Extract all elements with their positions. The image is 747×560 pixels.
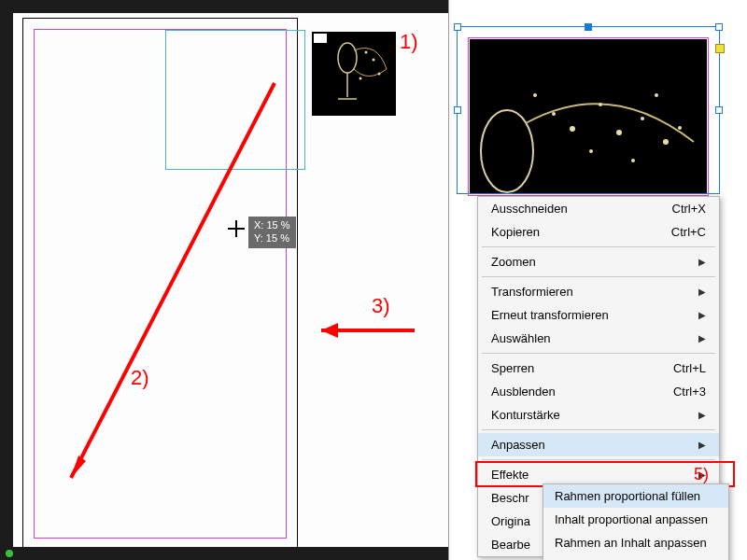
menu-item-hide[interactable]: AusblendenCtrl+3 bbox=[478, 380, 719, 403]
image-icon bbox=[314, 34, 327, 43]
svg-point-2 bbox=[365, 51, 368, 54]
svg-point-5 bbox=[359, 77, 362, 80]
svg-point-22 bbox=[655, 93, 658, 97]
image-placement-frame[interactable] bbox=[165, 30, 305, 170]
chevron-right-icon: ▶ bbox=[698, 257, 706, 267]
svg-point-15 bbox=[616, 130, 622, 135]
svg-point-4 bbox=[378, 73, 381, 76]
menu-item-copy[interactable]: KopierenCtrl+C bbox=[478, 220, 719, 244]
svg-point-3 bbox=[373, 59, 375, 62]
ruler-horizontal bbox=[0, 0, 448, 13]
link-badge-icon bbox=[715, 44, 725, 53]
chevron-right-icon: ▶ bbox=[698, 287, 706, 297]
svg-rect-0 bbox=[312, 32, 396, 116]
svg-rect-10 bbox=[470, 39, 707, 193]
chevron-right-icon: ▶ bbox=[698, 440, 706, 450]
annotation-5: 5) bbox=[694, 465, 709, 484]
annotation-2: 2) bbox=[131, 366, 149, 390]
menu-item-zoom[interactable]: Zoomen▶ bbox=[478, 250, 719, 273]
status-indicator-icon bbox=[6, 550, 13, 557]
ruler-vertical bbox=[0, 0, 13, 560]
submenu-fit-frame-to-content[interactable]: Rahmen an Inhalt anpassen bbox=[543, 531, 728, 554]
submenu-fit-content-to-frame[interactable]: Inhalt an Rahmen anpassen bbox=[543, 554, 728, 560]
svg-point-20 bbox=[631, 159, 635, 162]
coord-x: X: 15 % bbox=[254, 219, 290, 232]
svg-point-21 bbox=[533, 93, 537, 97]
menu-item-stroke-weight[interactable]: Konturstärke▶ bbox=[478, 403, 719, 427]
svg-point-13 bbox=[570, 126, 575, 132]
svg-point-18 bbox=[678, 126, 682, 130]
menu-item-lock[interactable]: SperrenCtrl+L bbox=[478, 357, 719, 380]
svg-point-16 bbox=[641, 117, 644, 120]
place-image-thumbnail[interactable] bbox=[312, 32, 396, 116]
cursor-coordinates: X: 15 % Y: 15 % bbox=[248, 217, 296, 248]
chevron-right-icon: ▶ bbox=[698, 333, 706, 343]
annotation-3: 3) bbox=[372, 294, 390, 318]
svg-point-12 bbox=[552, 112, 556, 116]
submenu-fill-frame-proportionally[interactable]: Rahmen proportional füllen bbox=[543, 484, 728, 508]
placed-image-preview bbox=[470, 39, 707, 193]
place-cursor-icon bbox=[228, 220, 245, 237]
menu-item-transform-again[interactable]: Erneut transformieren▶ bbox=[478, 303, 719, 327]
svg-point-19 bbox=[589, 149, 593, 153]
chevron-right-icon: ▶ bbox=[698, 310, 706, 320]
submenu-fit-content-proportionally[interactable]: Inhalt proportional anpassen bbox=[543, 508, 728, 531]
menu-item-transform[interactable]: Transformieren▶ bbox=[478, 280, 719, 303]
status-bar bbox=[0, 547, 448, 560]
menu-item-cut[interactable]: AusschneidenCtrl+X bbox=[478, 197, 719, 220]
svg-point-17 bbox=[663, 139, 669, 145]
annotation-1: 1) bbox=[400, 30, 418, 54]
menu-item-fitting[interactable]: Anpassen▶ bbox=[478, 433, 719, 456]
document-canvas[interactable]: X: 15 % Y: 15 % bbox=[13, 13, 448, 560]
svg-marker-9 bbox=[321, 323, 338, 338]
svg-point-14 bbox=[599, 103, 602, 106]
fitting-submenu[interactable]: Rahmen proportional füllen Inhalt propor… bbox=[543, 483, 729, 560]
chevron-right-icon: ▶ bbox=[698, 410, 706, 420]
right-document-panel[interactable]: AusschneidenCtrl+X KopierenCtrl+C Zoomen… bbox=[448, 0, 747, 560]
menu-item-select[interactable]: Auswählen▶ bbox=[478, 327, 719, 350]
coord-y: Y: 15 % bbox=[254, 232, 290, 245]
